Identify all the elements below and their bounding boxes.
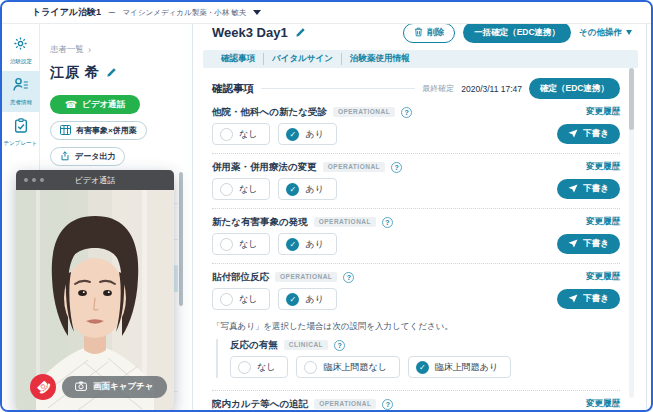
history-link[interactable]: 変更履歴 xyxy=(586,106,620,118)
history-link[interactable]: 変更履歴 xyxy=(586,161,620,173)
top-bar: トライアル治験1 ー マイシンメディカル製薬・小林 敏夫 xyxy=(2,2,651,24)
camera-icon xyxy=(75,381,87,393)
radio-checked-icon xyxy=(286,238,299,251)
hangup-phone-icon: ☎ xyxy=(33,377,52,396)
visit-list-scrollbar[interactable] xyxy=(179,172,183,306)
question-divider xyxy=(212,208,620,209)
video-call-button[interactable]: ☎ ビデオ通話 xyxy=(50,95,140,114)
confirm-edc-label: 確定（EDC連携） xyxy=(540,83,609,95)
history-link[interactable]: 変更履歴 xyxy=(586,398,620,410)
question-badge: OPERATIONAL xyxy=(323,162,385,173)
option-nashi[interactable]: なし xyxy=(212,123,270,145)
account-name: マイシンメディカル製薬・小林 敏夫 xyxy=(123,8,247,18)
option-ari[interactable]: あり xyxy=(278,178,336,200)
screen-capture-button[interactable]: 画面キャプチャ xyxy=(62,376,167,398)
sidebar-item-trial-settings[interactable]: 治験設定 xyxy=(2,30,40,71)
bulk-confirm-label: 一括確定（EDC連携） xyxy=(474,27,560,39)
history-link[interactable]: 変更履歴 xyxy=(586,271,620,283)
adverse-drug-label: 有害事象×併用薬 xyxy=(76,125,137,136)
edit-patient-icon[interactable] xyxy=(106,64,117,82)
video-call-window: ビデオ通話 xyxy=(16,170,174,410)
app-window: トライアル治験1 ー マイシンメディカル製薬・小林 敏夫 治験設定 患者情報 テ… xyxy=(0,0,653,412)
section-title: 確認事項 xyxy=(212,82,254,96)
caret-down-icon xyxy=(626,30,632,35)
question-title: 併用薬・併用療法の変更 xyxy=(212,161,317,174)
option-ari[interactable]: あり xyxy=(278,233,336,255)
radio-checked-icon xyxy=(416,361,429,374)
edit-visit-icon[interactable] xyxy=(295,24,306,42)
window-control-dots[interactable] xyxy=(24,178,44,182)
draft-button[interactable]: 下書き xyxy=(557,289,620,309)
question-badge: OPERATIONAL xyxy=(314,399,376,410)
export-icon xyxy=(60,151,70,163)
video-feed: ☎ 画面キャプチャ xyxy=(16,190,174,410)
help-icon[interactable] xyxy=(391,162,402,173)
trial-name: トライアル治験1 xyxy=(32,6,101,19)
confirm-edc-button[interactable]: 確定（EDC連携） xyxy=(529,78,620,99)
send-icon xyxy=(568,294,578,305)
sidebar-item-template[interactable]: テンプレート xyxy=(2,112,40,153)
question-title: 院内カルテ等への追記 xyxy=(212,398,308,411)
option-nashi[interactable]: なし xyxy=(212,178,270,200)
question-divider xyxy=(212,153,620,154)
send-icon xyxy=(568,239,578,250)
bulk-confirm-button[interactable]: 一括確定（EDC連携） xyxy=(463,22,571,43)
main-scrollbar-thumb[interactable] xyxy=(629,68,634,130)
draft-label: 下書き xyxy=(583,238,609,250)
option-no-clinical-problem[interactable]: 臨床上問題なし xyxy=(296,356,399,378)
option-label: なし xyxy=(257,361,275,374)
option-nashi[interactable]: なし xyxy=(212,288,270,310)
visit-detail-card: Week3 Day1 削除 一括確定（EDC連携） その他操作 xyxy=(192,10,647,412)
send-icon xyxy=(568,129,578,140)
question-application-site-reaction: 貼付部位反応 OPERATIONAL 変更履歴 なし あり 下書き xyxy=(212,271,620,310)
breadcrumb-label: 患者一覧 xyxy=(50,44,84,56)
draft-button[interactable]: 下書き xyxy=(557,124,620,144)
trash-icon xyxy=(414,27,423,39)
account-caret-down-icon[interactable] xyxy=(253,10,261,15)
history-link[interactable]: 変更履歴 xyxy=(586,216,620,228)
tab-vital-signs[interactable]: バイタルサイン xyxy=(263,53,341,65)
hangup-button[interactable]: ☎ xyxy=(30,374,56,400)
question-new-visit: 他院・他科への新たな受診 OPERATIONAL 変更履歴 なし あり 下書き xyxy=(212,106,620,145)
question-divider xyxy=(212,390,620,391)
help-icon[interactable] xyxy=(334,340,345,351)
question-title: 他院・他科への新たな受診 xyxy=(212,106,327,119)
photo-note: 「写真あり」を選択した場合は次の設問を入力してください。 xyxy=(212,321,620,333)
help-icon[interactable] xyxy=(382,399,393,410)
draft-label: 下書き xyxy=(583,293,609,305)
sidebar-item-label: 治験設定 xyxy=(9,57,31,65)
draft-button[interactable]: 下書き xyxy=(557,179,620,199)
tab-drug-usage[interactable]: 治験薬使用情報 xyxy=(341,53,418,65)
last-confirmed-label: 最終確定 xyxy=(422,83,454,94)
help-icon[interactable] xyxy=(343,272,354,283)
delete-button[interactable]: 削除 xyxy=(403,23,455,43)
radio-unchecked-icon xyxy=(304,361,317,374)
help-icon[interactable] xyxy=(401,107,412,118)
data-export-button[interactable]: データ出力 xyxy=(50,147,125,166)
clipboard-icon xyxy=(14,118,28,137)
draft-button[interactable]: 下書き xyxy=(557,234,620,254)
adverse-drug-button[interactable]: 有害事象×併用薬 xyxy=(50,121,147,140)
question-badge: OPERATIONAL xyxy=(275,272,337,283)
more-actions-button[interactable]: その他操作 xyxy=(579,27,632,39)
sub-question-reaction-presence: 反応の有無 CLINICAL なし 臨床上問題なし 臨床上問題あり xyxy=(216,339,620,378)
question-badge: OPERATIONAL xyxy=(314,217,376,228)
radio-unchecked-icon xyxy=(220,128,233,141)
radio-checked-icon xyxy=(286,293,299,306)
option-nashi[interactable]: なし xyxy=(212,233,270,255)
option-nashi[interactable]: なし xyxy=(230,356,288,378)
video-call-titlebar[interactable]: ビデオ通話 xyxy=(16,170,174,190)
sidebar-item-patient-info[interactable]: 患者情報 xyxy=(2,71,40,112)
option-ari[interactable]: あり xyxy=(278,288,336,310)
breadcrumb[interactable]: 患者一覧 › xyxy=(50,44,185,56)
data-export-label: データ出力 xyxy=(75,151,115,162)
option-clinical-problem[interactable]: 臨床上問題あり xyxy=(408,356,511,378)
option-ari[interactable]: あり xyxy=(278,123,336,145)
question-badge: CLINICAL xyxy=(284,340,328,351)
screen-capture-label: 画面キャプチャ xyxy=(93,381,154,393)
tab-confirmation-items[interactable]: 確認事項 xyxy=(213,53,263,65)
question-new-adverse-event: 新たな有害事象の発現 OPERATIONAL 変更履歴 なし あり 下書き xyxy=(212,216,620,255)
section-divider-line xyxy=(261,88,415,89)
question-concomitant-change: 併用薬・併用療法の変更 OPERATIONAL 変更履歴 なし あり 下書き xyxy=(212,161,620,200)
help-icon[interactable] xyxy=(382,217,393,228)
